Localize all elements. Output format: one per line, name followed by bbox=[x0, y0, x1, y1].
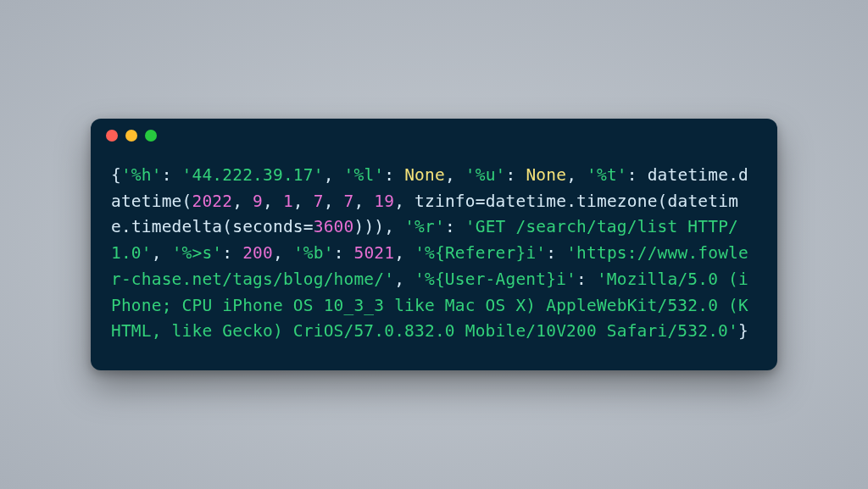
code-token: ( bbox=[658, 192, 668, 211]
code-token: '%r' bbox=[404, 217, 445, 236]
code-token: . bbox=[121, 217, 131, 236]
code-token: : bbox=[576, 270, 597, 289]
code-token: datetime bbox=[648, 165, 728, 185]
code-token: , bbox=[566, 165, 587, 185]
code-token: , bbox=[445, 165, 465, 185]
code-token: None bbox=[404, 165, 445, 185]
code-token: { bbox=[111, 165, 121, 185]
code-token: . bbox=[566, 192, 576, 211]
code-token: : bbox=[334, 243, 354, 263]
code-token: , bbox=[293, 192, 314, 211]
code-token: 5021 bbox=[354, 243, 395, 263]
code-token: : bbox=[162, 165, 182, 185]
code-token: , bbox=[324, 165, 344, 185]
code-token: : bbox=[222, 243, 242, 263]
code-token: 3600 bbox=[314, 217, 354, 236]
code-token: 19 bbox=[374, 192, 394, 211]
code-token: timedelta bbox=[131, 217, 222, 236]
code-token: '%u' bbox=[465, 165, 506, 185]
code-token: None bbox=[526, 165, 566, 185]
code-token: timezone bbox=[576, 192, 657, 211]
code-token: } bbox=[738, 321, 748, 341]
code-token: , bbox=[232, 192, 253, 211]
code-token: , bbox=[394, 192, 415, 211]
code-token: datetime bbox=[486, 192, 566, 211]
code-token: ( bbox=[222, 217, 232, 236]
close-icon[interactable] bbox=[106, 130, 118, 142]
code-token: ( bbox=[182, 192, 192, 211]
code-token: 1 bbox=[283, 192, 293, 211]
code-token: , bbox=[384, 217, 404, 236]
code-token: '%l' bbox=[344, 165, 385, 185]
window-titlebar bbox=[91, 119, 777, 153]
code-token: '%b' bbox=[293, 243, 334, 263]
code-token: = bbox=[303, 217, 314, 236]
code-token: seconds bbox=[232, 217, 303, 236]
code-token: , bbox=[273, 243, 293, 263]
code-token: tzinfo bbox=[415, 192, 476, 211]
code-token: , bbox=[263, 192, 283, 211]
code-token: : bbox=[445, 217, 465, 236]
code-token: : bbox=[506, 165, 526, 185]
code-token: '%>s' bbox=[172, 243, 223, 263]
code-token: '%{Referer}i' bbox=[415, 243, 546, 263]
canvas: {'%h': '44.222.39.17', '%l': None, '%u':… bbox=[0, 0, 868, 489]
code-token: '%t' bbox=[587, 165, 627, 185]
code-token: , bbox=[353, 192, 374, 211]
code-token: '%{User-Agent}i' bbox=[415, 270, 576, 289]
zoom-icon[interactable] bbox=[145, 130, 157, 142]
code-token: : bbox=[546, 243, 566, 263]
code-token: 7 bbox=[344, 192, 354, 211]
code-token: 7 bbox=[314, 192, 324, 211]
minimize-icon[interactable] bbox=[125, 130, 137, 142]
code-token: 200 bbox=[242, 243, 273, 263]
code-token: , bbox=[324, 192, 344, 211]
code-token: , bbox=[394, 270, 415, 289]
code-window: {'%h': '44.222.39.17', '%l': None, '%u':… bbox=[91, 119, 777, 371]
code-token: : bbox=[384, 165, 404, 185]
code-token: '%h' bbox=[121, 165, 162, 185]
code-token: : bbox=[627, 165, 648, 185]
code-token: '44.222.39.17' bbox=[182, 165, 324, 185]
code-token: ))) bbox=[353, 217, 384, 236]
code-token: . bbox=[728, 165, 738, 185]
code-block: {'%h': '44.222.39.17', '%l': None, '%u':… bbox=[91, 153, 777, 371]
code-token: 2022 bbox=[192, 192, 232, 211]
code-token: 9 bbox=[253, 192, 263, 211]
code-token: , bbox=[152, 243, 172, 263]
code-token: , bbox=[394, 243, 415, 263]
code-token: = bbox=[476, 192, 486, 211]
